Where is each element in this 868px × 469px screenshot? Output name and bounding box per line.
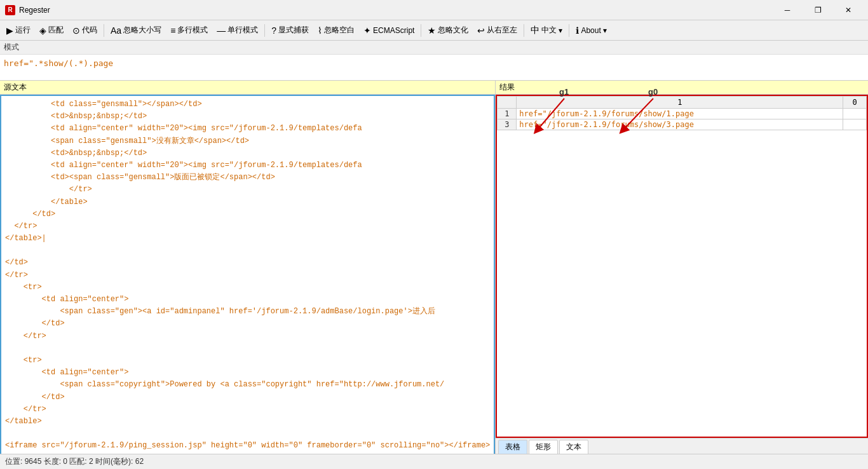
singleline-icon: — [217, 25, 226, 36]
table-row: 3href="/jforum-2.1.9/forums/show/3.page [498, 119, 867, 130]
toolbar-separator-4 [524, 24, 524, 37]
restore-button[interactable]: ❐ [803, 0, 832, 20]
match-icon: ◈ [39, 25, 46, 36]
source-content[interactable]: <td class="gensmall"></span></td> <td>&n… [0, 95, 495, 456]
run-icon: ▶ [6, 25, 13, 36]
app-title: Regester [19, 6, 773, 15]
table-row: 1href="/jforum-2.1.9/forums/show/1.page [498, 109, 867, 119]
results-tbody: 1href="/jforum-2.1.9/forums/show/1.page3… [498, 109, 867, 130]
row-number: 1 [498, 109, 517, 119]
source-label: 源文本 [0, 81, 495, 95]
chinese-icon: 中 [531, 25, 539, 36]
ignorespace-icon: ⌇ [318, 25, 322, 36]
source-panel: 源文本 <td class="gensmall"></span></td> <t… [0, 81, 496, 456]
match-value-col1: href="/jforum-2.1.9/forums/show/3.page [517, 119, 843, 130]
table-header-row: 1 0 [498, 97, 867, 109]
about-button[interactable]: ℹ About ▾ [572, 24, 610, 37]
toolbar-separator-1 [104, 24, 104, 37]
results-table: 1 0 1href="/jforum-2.1.9/forums/show/1.p… [497, 96, 867, 130]
singleline-button[interactable]: — 单行模式 [213, 24, 262, 37]
main-area: 源文本 <td class="gensmall"></span></td> <t… [0, 81, 868, 456]
about-dropdown-icon: ▾ [603, 26, 607, 35]
close-button[interactable]: ✕ [834, 0, 863, 20]
ignorecase-button[interactable]: Aa 忽略大小写 [107, 24, 165, 37]
ecmascript-button[interactable]: ✦ ECMAScript [360, 24, 418, 37]
chinese-dropdown-icon: ▾ [559, 26, 562, 35]
app-icon: R [5, 5, 15, 15]
results-content[interactable]: 1 0 1href="/jforum-2.1.9/forums/show/1.p… [496, 95, 868, 438]
pattern-label: 模式 [0, 41, 868, 55]
window-controls: ─ ❐ ✕ [773, 0, 863, 20]
minimize-button[interactable]: ─ [773, 0, 802, 20]
match-value-col1: href="/jforum-2.1.9/forums/show/1.page [517, 109, 843, 119]
col1-header: 1 [517, 97, 843, 109]
results-label: 结果 [496, 81, 868, 95]
tab-shape[interactable]: 矩形 [529, 440, 558, 454]
results-tabs: 表格矩形文本 [496, 438, 868, 456]
tab-table[interactable]: 表格 [498, 440, 527, 454]
col-num-header [498, 97, 517, 109]
toolbar: ▶ 运行 ◈ 匹配 ⊙ 代码 Aa 忽略大小写 ≡ 多行模式 — 单行模式 ? … [0, 20, 868, 41]
ecmascript-icon: ✦ [363, 25, 371, 36]
ignorespace-button[interactable]: ⌇ 忽略空白 [314, 24, 358, 37]
toolbar-separator-5 [569, 24, 569, 37]
multiline-icon: ≡ [170, 25, 175, 36]
match-value-col0 [843, 109, 867, 119]
titlebar: R Regester ─ ❐ ✕ [0, 0, 868, 20]
toolbar-separator-2 [264, 24, 265, 37]
code-icon: ⊙ [72, 25, 80, 36]
chinese-button[interactable]: 中 中文 ▾ [527, 24, 566, 37]
code-button[interactable]: ⊙ 代码 [69, 24, 101, 37]
statusbar: 位置: 9645 长度: 0 匹配: 2 时间(毫秒): 62 [0, 454, 868, 469]
tab-text[interactable]: 文本 [559, 440, 588, 454]
pattern-section: 模式 href=".*show/(.*).page [0, 41, 868, 81]
rtl-button[interactable]: ↩ 从右至左 [473, 24, 521, 37]
ignorecase-icon: Aa [111, 25, 121, 36]
multiline-button[interactable]: ≡ 多行模式 [166, 24, 212, 37]
ignoreculture-button[interactable]: ★ 忽略文化 [424, 24, 472, 37]
run-button[interactable]: ▶ 运行 [3, 24, 34, 37]
showmode-icon: ? [271, 25, 276, 36]
match-value-col0 [843, 119, 867, 130]
row-number: 3 [498, 119, 517, 130]
about-icon: ℹ [576, 25, 579, 36]
showmode-button[interactable]: ? 显式捕获 [268, 24, 313, 37]
match-button[interactable]: ◈ 匹配 [36, 24, 67, 37]
ignoreculture-icon: ★ [428, 25, 436, 36]
toolbar-separator-3 [421, 24, 421, 37]
col0-header: 0 [843, 97, 867, 109]
rtl-icon: ↩ [477, 25, 485, 36]
results-panel: 结果 1 0 1href="/jforum-2.1.9/forums/show/… [496, 81, 868, 456]
pattern-input[interactable]: href=".*show/(.*).page [0, 55, 868, 80]
status-text: 位置: 9645 长度: 0 匹配: 2 时间(毫秒): 62 [5, 456, 144, 467]
